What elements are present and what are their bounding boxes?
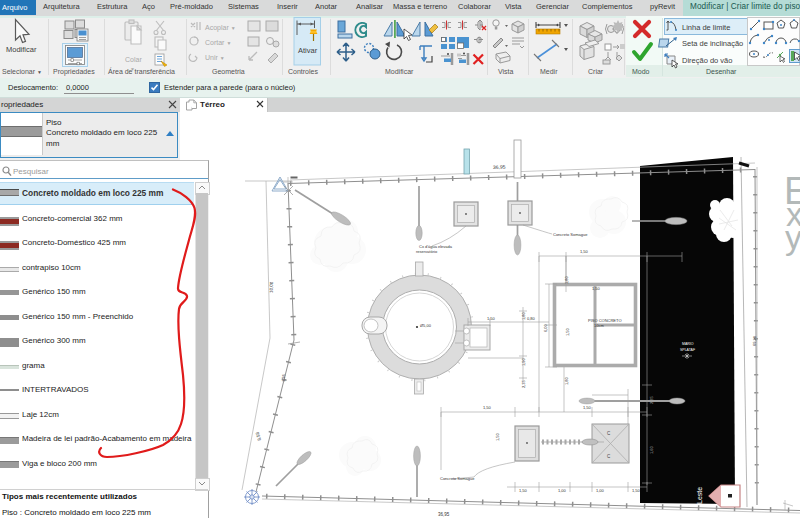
svg-text:1,50: 1,50 bbox=[592, 286, 601, 291]
svg-text:Leste: Leste bbox=[696, 487, 703, 504]
svg-text:1,50: 1,50 bbox=[632, 488, 641, 493]
svg-text:6,00: 6,00 bbox=[543, 323, 548, 332]
svg-text:Ø5,00: Ø5,00 bbox=[420, 323, 432, 328]
svg-text:1,00: 1,00 bbox=[558, 488, 567, 493]
svg-text:Concreto Somague: Concreto Somague bbox=[440, 476, 475, 481]
svg-text:8,58: 8,58 bbox=[255, 431, 262, 441]
svg-text:69,28: 69,28 bbox=[752, 335, 757, 346]
svg-text:1,80: 1,80 bbox=[564, 275, 569, 284]
svg-text:SPLATAF: SPLATAF bbox=[680, 348, 695, 352]
svg-text:1,50: 1,50 bbox=[580, 249, 589, 254]
svg-text:1,50: 1,50 bbox=[583, 405, 592, 410]
svg-text:y: y bbox=[785, 218, 800, 256]
svg-text:10,00: 10,00 bbox=[269, 281, 274, 293]
svg-text:2,35: 2,35 bbox=[521, 379, 526, 388]
svg-text:1,50: 1,50 bbox=[487, 316, 496, 321]
svg-text:1,60: 1,60 bbox=[649, 445, 654, 454]
svg-text:36,95: 36,95 bbox=[438, 512, 450, 517]
svg-text:0,80: 0,80 bbox=[527, 316, 536, 321]
svg-text:10cm: 10cm bbox=[594, 323, 604, 328]
svg-text:reservatório: reservatório bbox=[416, 249, 438, 254]
svg-text:1,50: 1,50 bbox=[495, 432, 500, 441]
svg-text:1,80: 1,80 bbox=[564, 376, 569, 385]
svg-text:1,35: 1,35 bbox=[281, 373, 286, 382]
svg-text:MÁRIO: MÁRIO bbox=[682, 342, 694, 346]
svg-text:1,00: 1,00 bbox=[596, 488, 605, 493]
svg-text:2,35: 2,35 bbox=[649, 395, 654, 404]
svg-text:1,80: 1,80 bbox=[521, 311, 526, 320]
svg-text:1,90: 1,90 bbox=[521, 357, 526, 366]
svg-text:36,95: 36,95 bbox=[493, 164, 506, 170]
svg-text:1,50: 1,50 bbox=[519, 488, 528, 493]
svg-text:1,50: 1,50 bbox=[483, 405, 492, 410]
svg-text:1,50: 1,50 bbox=[565, 327, 570, 336]
svg-text:Concreto Somague: Concreto Somague bbox=[553, 232, 588, 237]
